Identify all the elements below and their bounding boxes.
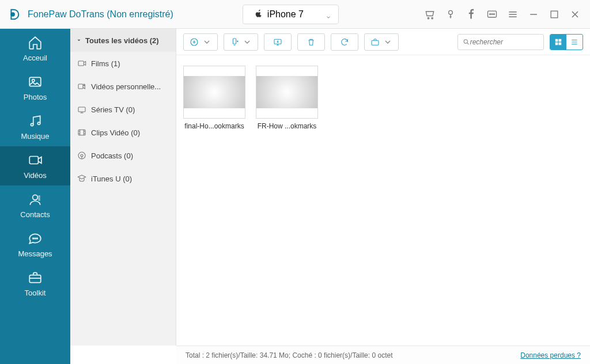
delete-button[interactable]: [297, 33, 325, 51]
svg-rect-23: [78, 130, 85, 135]
svg-point-25: [81, 154, 83, 157]
device-name: iPhone 7: [267, 9, 304, 20]
app-logo: [0, 0, 28, 29]
chevron-down-icon: [326, 12, 331, 22]
svg-point-1: [428, 17, 429, 18]
list-view-button[interactable]: [566, 35, 583, 50]
view-toggle: [550, 34, 583, 50]
category-personal-videos[interactable]: Vidéos personnelle...: [70, 75, 176, 98]
svg-rect-20: [78, 84, 83, 89]
category-label: Clips Vidéo (0): [91, 128, 140, 137]
category-label: Podcasts (0): [91, 151, 133, 160]
sidebar-item-label: Photos: [24, 93, 47, 101]
close-icon[interactable]: [569, 9, 581, 20]
main-panel: final-Ho...ookmarks FR-How ...okmarks: [176, 29, 590, 346]
svg-point-10: [32, 79, 35, 81]
svg-rect-34: [559, 42, 562, 45]
sidebar-item-home[interactable]: Acceuil: [0, 29, 70, 68]
category-header-label: Toutes les vidéos (2): [85, 36, 159, 45]
svg-rect-32: [559, 39, 562, 41]
svg-point-7: [494, 13, 495, 14]
svg-rect-19: [78, 61, 84, 66]
sidebar-item-videos[interactable]: Vidéos: [0, 146, 70, 185]
svg-point-11: [31, 123, 33, 126]
search-box[interactable]: [457, 34, 544, 50]
lost-data-link[interactable]: Données perdues ?: [520, 351, 581, 359]
svg-point-6: [491, 13, 493, 14]
app-title: FonePaw DoTrans (Non enregistré): [28, 9, 173, 20]
apple-icon: [255, 9, 263, 20]
sidebar-item-music[interactable]: Musique: [0, 107, 70, 146]
video-label: FR-How ...okmarks: [256, 122, 318, 130]
menu-icon[interactable]: [507, 9, 519, 20]
category-tv-series[interactable]: Séries TV (0): [70, 98, 176, 121]
category-itunes-u[interactable]: iTunes U (0): [70, 167, 176, 190]
svg-point-3: [449, 10, 453, 14]
svg-rect-18: [29, 275, 41, 282]
svg-rect-8: [551, 11, 558, 18]
video-thumbnail: [183, 66, 245, 119]
svg-rect-22: [78, 107, 85, 112]
category-label: Films (1): [91, 59, 120, 68]
title-bar: FonePaw DoTrans (Non enregistré) iPhone …: [0, 0, 590, 29]
video-thumbnail: [256, 66, 318, 119]
svg-point-14: [33, 195, 38, 200]
svg-point-0: [11, 13, 14, 16]
svg-point-2: [432, 17, 433, 18]
svg-point-17: [36, 238, 37, 239]
add-button[interactable]: [183, 33, 218, 51]
category-films[interactable]: Films (1): [70, 52, 176, 75]
toolbar: [176, 29, 590, 55]
search-icon: [463, 38, 470, 46]
header-actions: [424, 9, 590, 20]
video-grid: final-Ho...ookmarks FR-How ...okmarks: [176, 55, 590, 141]
category-label: Vidéos personnelle...: [91, 82, 161, 91]
export-to-pc-button[interactable]: [264, 33, 292, 51]
svg-point-15: [33, 238, 34, 239]
device-selector[interactable]: iPhone 7: [243, 5, 339, 24]
svg-point-12: [37, 122, 40, 124]
sidebar-item-contacts[interactable]: Contacts: [0, 185, 70, 225]
svg-rect-31: [555, 39, 558, 41]
search-input[interactable]: [470, 38, 539, 46]
svg-point-16: [35, 238, 36, 239]
svg-rect-27: [233, 39, 236, 44]
category-label: iTunes U (0): [91, 175, 132, 183]
svg-rect-29: [372, 40, 379, 45]
sidebar-item-label: Toolkit: [25, 289, 46, 297]
video-label: final-Ho...ookmarks: [183, 122, 245, 130]
svg-point-30: [464, 39, 467, 43]
facebook-icon[interactable]: [466, 9, 477, 20]
cart-icon[interactable]: [424, 9, 436, 20]
sidebar-item-label: Vidéos: [24, 171, 47, 180]
status-bar: Total : 2 fichier(s)/Taille: 34.71 Mo; C…: [176, 346, 590, 364]
sidebar-item-messages[interactable]: Messages: [0, 225, 70, 264]
video-item[interactable]: final-Ho...ookmarks: [183, 66, 245, 130]
category-label: Séries TV (0): [91, 105, 135, 114]
sidebar-item-label: Acceuil: [23, 54, 47, 62]
export-to-device-button[interactable]: [224, 33, 258, 51]
minimize-icon[interactable]: [528, 9, 539, 20]
toolbox-button[interactable]: [364, 33, 399, 51]
sidebar: Acceuil Photos Musique Vidéos Contacts M…: [0, 29, 70, 364]
svg-point-5: [490, 13, 491, 14]
grid-view-button[interactable]: [550, 35, 566, 50]
sidebar-item-label: Messages: [18, 249, 52, 258]
sidebar-item-label: Contacts: [20, 210, 50, 219]
sidebar-item-label: Musique: [21, 132, 49, 141]
refresh-button[interactable]: [331, 33, 358, 51]
key-icon[interactable]: [445, 9, 456, 20]
status-text: Total : 2 fichier(s)/Taille: 34.71 Mo; C…: [186, 351, 392, 359]
svg-rect-13: [29, 156, 38, 164]
feedback-icon[interactable]: [486, 9, 498, 20]
maximize-icon[interactable]: [549, 9, 560, 20]
category-panel: Toutes les vidéos (2) Films (1) Vidéos p…: [70, 29, 176, 346]
sidebar-item-photos[interactable]: Photos: [0, 68, 70, 107]
svg-rect-33: [555, 42, 558, 45]
category-header[interactable]: Toutes les vidéos (2): [70, 29, 176, 52]
video-item[interactable]: FR-How ...okmarks: [256, 66, 318, 130]
category-video-clips[interactable]: Clips Vidéo (0): [70, 121, 176, 144]
sidebar-item-toolkit[interactable]: Toolkit: [0, 264, 70, 303]
category-podcasts[interactable]: Podcasts (0): [70, 144, 176, 167]
